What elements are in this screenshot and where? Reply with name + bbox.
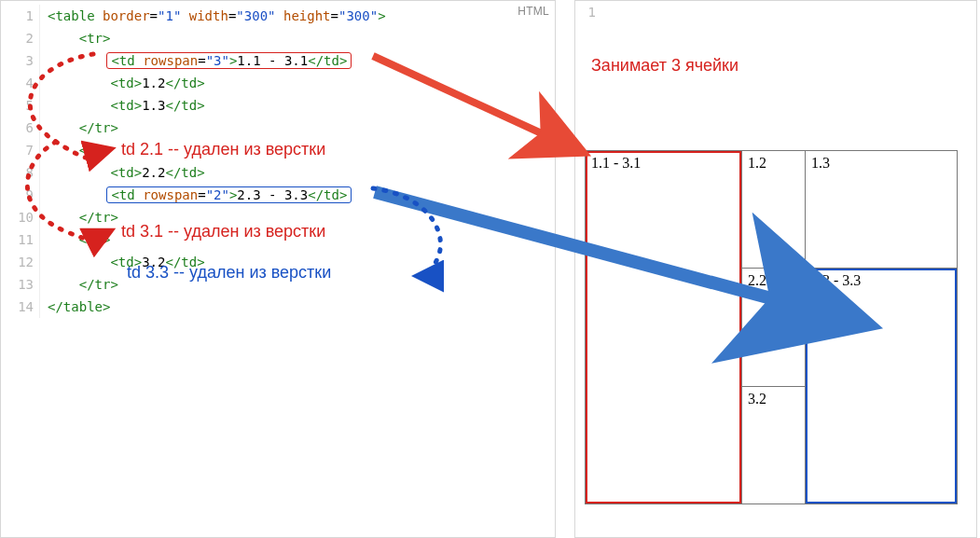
code-line: <td>2.2</td>	[40, 161, 387, 184]
code-line: <table border="1" width="300" height="30…	[40, 5, 387, 27]
line-number: 11	[1, 228, 40, 251]
output-line-number: 1	[575, 5, 600, 20]
code-line: <td>1.3</td>	[40, 94, 387, 117]
line-number: 8	[1, 161, 40, 184]
line-number: 2	[1, 27, 40, 49]
line-number: 4	[1, 72, 40, 94]
cell-2-3-rowspan2: 2.3 - 3.3	[806, 269, 958, 504]
cell-1-2: 1.2	[742, 151, 806, 269]
cell-3-2: 3.2	[742, 386, 806, 504]
output-panel: 1 1.1 - 3.1 1.2 1.3 2.2 2.3 - 3.3 3.2	[574, 0, 977, 538]
annot-takes-3-cells: Занимает 3 ячейки	[591, 56, 738, 76]
cell-2-2: 2.2	[742, 269, 806, 386]
line-number: 10	[1, 206, 40, 228]
code-line: </tr>	[40, 117, 387, 139]
line-number: 7	[1, 139, 40, 161]
code-line: <tr>	[40, 27, 387, 49]
annot-td21-removed: td 2.1 -- удален из верстки	[121, 140, 325, 159]
code-line: <td rowspan="2">2.3 - 3.3</td>	[40, 184, 387, 206]
line-number: 1	[1, 5, 40, 27]
rowspan2-code-highlight: <td rowspan="2">2.3 - 3.3</td>	[106, 186, 352, 203]
line-number: 13	[1, 273, 40, 296]
line-number: 12	[1, 251, 40, 273]
code-line: <td rowspan="3">1.1 - 3.1</td>	[40, 49, 387, 72]
rowspan3-code-highlight: <td rowspan="3">1.1 - 3.1</td>	[106, 52, 352, 69]
stage: HTML 1 <table border="1" width="300" hei…	[0, 0, 980, 538]
annot-td31-removed: td 3.1 -- удален из верстки	[121, 222, 325, 241]
line-number: 14	[1, 296, 40, 318]
cell-1-1-rowspan3: 1.1 - 3.1	[586, 151, 742, 504]
output-area: 1.1 - 3.1 1.2 1.3 2.2 2.3 - 3.3 3.2	[585, 150, 958, 504]
line-number: 6	[1, 117, 40, 139]
code-line: </table>	[40, 296, 387, 318]
line-number: 9	[1, 184, 40, 206]
cell-1-3: 1.3	[806, 151, 958, 269]
code-line: <td>1.2</td>	[40, 72, 387, 94]
line-number: 5	[1, 94, 40, 117]
language-badge: HTML	[518, 5, 549, 18]
line-number: 3	[1, 49, 40, 72]
rendered-table: 1.1 - 3.1 1.2 1.3 2.2 2.3 - 3.3 3.2	[585, 150, 958, 504]
annot-td33-removed: td 3.3 -- удален из верстки	[127, 263, 331, 283]
